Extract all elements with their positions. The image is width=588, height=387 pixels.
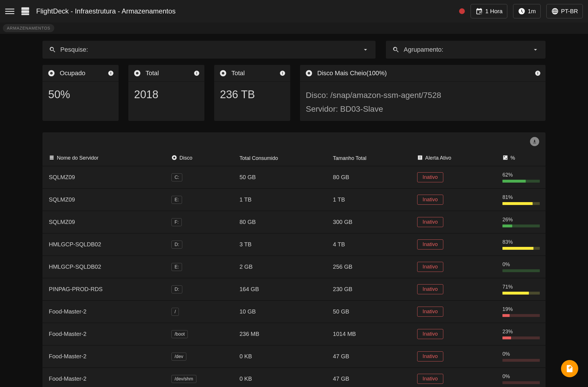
breadcrumb-bar: Armazenamentos bbox=[0, 22, 588, 34]
th-alert[interactable]: Alerta Ativo bbox=[425, 155, 451, 161]
chevron-down-icon bbox=[532, 46, 539, 53]
cell-server: SQLMZ09 bbox=[42, 166, 166, 189]
grouping-label: Agrupamento: bbox=[404, 46, 443, 53]
alert-status-button[interactable]: Inativo bbox=[417, 374, 443, 384]
page-title: FlightDeck - Infraestrutura - Armazename… bbox=[36, 7, 176, 15]
grouping-select[interactable]: Agrupamento: bbox=[386, 41, 546, 59]
search-input[interactable]: Pesquise: bbox=[42, 41, 376, 59]
cell-consumed: 2 GB bbox=[234, 256, 327, 278]
disk-icon bbox=[134, 69, 141, 77]
table-row[interactable]: SQLMZ09E:1 TB1 TBInativo81% bbox=[42, 189, 546, 211]
chevron-down-icon bbox=[362, 46, 369, 53]
add-report-button[interactable] bbox=[561, 360, 578, 377]
topbar: FlightDeck - Infraestrutura - Armazename… bbox=[0, 0, 588, 22]
info-icon[interactable]: i bbox=[535, 71, 540, 76]
refresh-label: 1m bbox=[528, 8, 536, 15]
alert-status-button[interactable]: Inativo bbox=[417, 307, 443, 317]
disk-chip: C: bbox=[171, 173, 182, 181]
alert-status-button[interactable]: Inativo bbox=[417, 239, 443, 249]
storage-table: Nome do Servidor Disco Total Consumido T… bbox=[42, 132, 546, 387]
alert-status-button[interactable]: Inativo bbox=[417, 172, 443, 182]
cell-consumed: 0 KB bbox=[234, 345, 327, 368]
alert-status-button[interactable]: Inativo bbox=[417, 284, 443, 294]
search-icon bbox=[49, 46, 56, 53]
cell-consumed: 0 KB bbox=[234, 368, 327, 387]
cell-server: PINPAG-PROD-RDS bbox=[42, 278, 166, 301]
cell-consumed: 80 GB bbox=[234, 211, 327, 233]
disk-icon bbox=[305, 69, 313, 77]
menu-icon[interactable] bbox=[5, 7, 14, 16]
table-row[interactable]: Food-Master-2/boot236 MB1014 MBInativo23… bbox=[42, 323, 546, 345]
disk-chip: D: bbox=[171, 285, 182, 293]
alert-status-button[interactable]: Inativo bbox=[417, 351, 443, 361]
cell-server: Food-Master-2 bbox=[42, 368, 166, 387]
info-icon[interactable]: i bbox=[280, 71, 285, 76]
cell-percent: 0% bbox=[497, 256, 546, 278]
disk-icon bbox=[48, 69, 55, 77]
card-fullest-disk: Disco Mais Cheio(100%) i Disco: /snap/am… bbox=[300, 65, 546, 121]
search-icon bbox=[392, 46, 400, 53]
card-total-size: Total i 236 TB bbox=[214, 65, 290, 121]
disk-chip: /dev/shm bbox=[171, 375, 196, 383]
table-row[interactable]: SQLMZ09C:50 GB80 GBInativo62% bbox=[42, 166, 546, 189]
cell-consumed: 1 TB bbox=[234, 189, 327, 211]
cell-percent: 71% bbox=[497, 278, 546, 301]
alert-status-button[interactable]: Inativo bbox=[417, 262, 443, 272]
th-disk[interactable]: Disco bbox=[179, 155, 192, 161]
cell-percent: 0% bbox=[497, 368, 546, 387]
alert-status-button[interactable]: Inativo bbox=[417, 195, 443, 205]
cell-total: 4 TB bbox=[327, 233, 411, 256]
table-row[interactable]: PINPAG-PROD-RDSD:164 GB230 GBInativo71% bbox=[42, 278, 546, 301]
cell-server: HMLGCP-SQLDB02 bbox=[42, 233, 166, 256]
th-server[interactable]: Nome do Servidor bbox=[57, 155, 98, 161]
search-label: Pesquise: bbox=[60, 46, 88, 53]
cell-consumed: 164 GB bbox=[234, 278, 327, 301]
fullest-disk-path: Disco: /snap/amazon-ssm-agent/7528 bbox=[306, 88, 540, 102]
table-row[interactable]: Food-Master-2/10 GB50 GBInativo19% bbox=[42, 301, 546, 323]
server-icon[interactable] bbox=[20, 6, 30, 16]
locale-button[interactable]: PT-BR bbox=[546, 4, 583, 18]
table-row[interactable]: Food-Master-2/dev/shm0 KB47 GBInativo0% bbox=[42, 368, 546, 387]
download-button[interactable] bbox=[530, 137, 539, 146]
refresh-interval-button[interactable]: 1m bbox=[513, 4, 541, 18]
cell-server: HMLGCP-SQLDB02 bbox=[42, 256, 166, 278]
cell-total: 50 GB bbox=[327, 301, 411, 323]
info-icon[interactable]: i bbox=[194, 71, 199, 76]
card-total-count: Total i 2018 bbox=[128, 65, 204, 121]
table-row[interactable]: SQLMZ09F:80 GB300 GBInativo26% bbox=[42, 211, 546, 233]
percent-icon bbox=[502, 155, 508, 162]
card-title: Total bbox=[146, 69, 159, 77]
cell-percent: 0% bbox=[497, 345, 546, 368]
th-percent[interactable]: % bbox=[510, 155, 515, 161]
table-row[interactable]: Food-Master-2/dev0 KB47 GBInativo0% bbox=[42, 345, 546, 368]
info-icon[interactable]: i bbox=[108, 71, 113, 76]
cell-percent: 26% bbox=[497, 211, 546, 233]
cell-percent: 23% bbox=[497, 323, 546, 345]
card-title: Disco Mais Cheio(100%) bbox=[317, 69, 387, 77]
cell-consumed: 3 TB bbox=[234, 233, 327, 256]
cell-percent: 19% bbox=[497, 301, 546, 323]
cell-total: 47 GB bbox=[327, 368, 411, 387]
disk-chip: E: bbox=[171, 263, 182, 271]
table-row[interactable]: HMLGCP-SQLDB02D:3 TB4 TBInativo83% bbox=[42, 233, 546, 256]
cell-server: Food-Master-2 bbox=[42, 301, 166, 323]
cell-consumed: 236 MB bbox=[234, 323, 327, 345]
cell-total: 47 GB bbox=[327, 345, 411, 368]
cell-percent: 62% bbox=[497, 166, 546, 189]
disk-chip: / bbox=[171, 308, 179, 316]
table-row[interactable]: HMLGCP-SQLDB02E:2 GB256 GBInativo0% bbox=[42, 256, 546, 278]
disk-chip: /dev bbox=[171, 353, 186, 361]
locale-label: PT-BR bbox=[561, 8, 578, 15]
disk-chip: E: bbox=[171, 196, 182, 204]
cell-total: 1014 MB bbox=[327, 323, 411, 345]
disk-chip: D: bbox=[171, 241, 182, 249]
th-consumed[interactable]: Total Consumido bbox=[239, 155, 278, 161]
alert-status-button[interactable]: Inativo bbox=[417, 329, 443, 339]
alert-status-button[interactable]: Inativo bbox=[417, 217, 443, 227]
time-range-button[interactable]: 1 Hora bbox=[471, 4, 507, 18]
card-title: Total bbox=[231, 69, 245, 77]
th-total[interactable]: Tamanho Total bbox=[333, 155, 367, 161]
breadcrumb-chip[interactable]: Armazenamentos bbox=[3, 24, 54, 32]
cell-consumed: 50 GB bbox=[234, 166, 327, 189]
cell-percent: 83% bbox=[497, 233, 546, 256]
